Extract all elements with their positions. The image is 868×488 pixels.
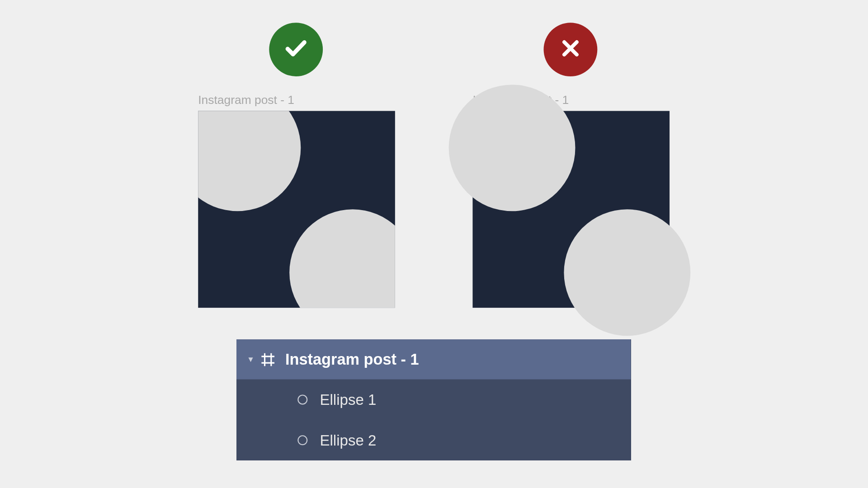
wrong-badge (544, 23, 598, 76)
frame-icon (257, 352, 279, 367)
layer-label: Ellipse 2 (320, 432, 377, 449)
layers-panel: ▼ Instagram post - 1 Ellipse 1 El (236, 339, 631, 460)
ellipse-shape (289, 209, 395, 308)
ellipse-shape (198, 111, 301, 211)
frame-correct (198, 111, 395, 308)
correct-badge (269, 23, 323, 76)
layer-label: Ellipse 1 (320, 391, 377, 408)
layer-label: Instagram post - 1 (285, 350, 419, 369)
chevron-down-icon[interactable]: ▼ (245, 355, 256, 364)
frame-label-left: Instagram post - 1 (198, 93, 294, 107)
ellipse-icon (293, 434, 311, 446)
svg-point-1 (298, 436, 307, 445)
ellipse-icon (293, 394, 311, 405)
cross-icon (558, 36, 583, 63)
svg-point-0 (298, 395, 307, 404)
layer-row-frame[interactable]: ▼ Instagram post - 1 (236, 339, 631, 379)
check-icon (282, 34, 310, 65)
layer-row-ellipse[interactable]: Ellipse 2 (236, 420, 631, 460)
ellipse-shape (564, 209, 690, 336)
layer-row-ellipse[interactable]: Ellipse 1 (236, 380, 631, 420)
ellipse-shape (449, 84, 576, 211)
